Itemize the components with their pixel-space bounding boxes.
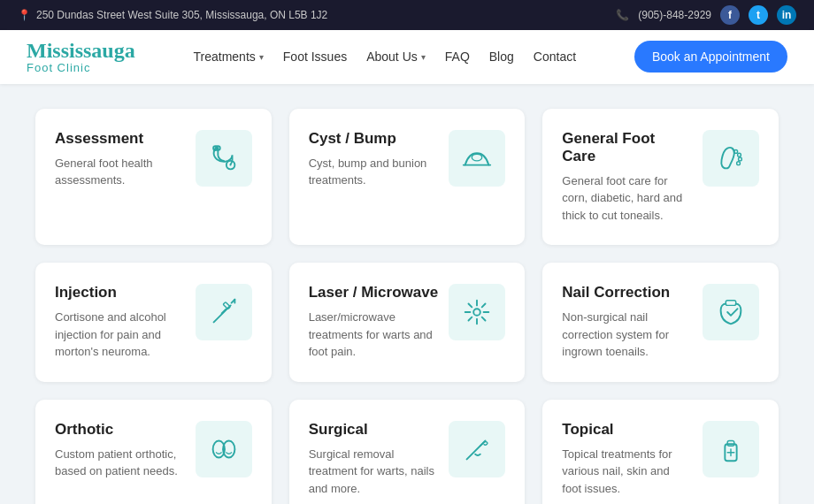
card-text: General Foot Care General foot care for … <box>562 130 703 225</box>
svg-point-6 <box>739 157 742 161</box>
laser-icon <box>449 284 505 340</box>
top-bar: 📍 250 Dundas Street West Suite 305, Miss… <box>0 0 814 30</box>
card-foot[interactable]: General Foot Care General foot care for … <box>542 109 779 246</box>
card-desc: Custom patient orthotic, based on patien… <box>55 446 185 480</box>
linkedin-icon[interactable]: in <box>777 5 796 25</box>
phone-icon: 📞 <box>616 9 629 21</box>
injection-icon <box>196 284 252 340</box>
card-text: Nail Correction Non-surgical nail correc… <box>562 284 703 361</box>
svg-line-20 <box>482 304 486 308</box>
card-desc: Non-surgical nail correction system for … <box>562 309 692 361</box>
main-nav: Mississauga Foot Clinic Treatments ▾ Foo… <box>0 30 814 84</box>
card-orthotic[interactable]: Orthotic Custom patient orthotic, based … <box>35 400 272 504</box>
surgical-icon <box>449 421 505 477</box>
card-title: Laser / Microwave <box>309 284 439 302</box>
card-text: Assessment General foot health assessmen… <box>55 130 196 189</box>
card-title: Injection <box>55 284 185 302</box>
card-title: Cyst / Bump <box>309 130 439 148</box>
svg-rect-22 <box>726 301 735 306</box>
card-text: Laser / Microwave Laser/microwave treatm… <box>309 284 449 361</box>
card-text: Orthotic Custom patient orthotic, based … <box>55 421 196 480</box>
card-title: Topical <box>562 421 692 439</box>
card-text: Topical Topical treatments for various n… <box>562 421 703 498</box>
card-desc: General foot care for corn, diabetic, ha… <box>562 172 692 225</box>
card-title: Assessment <box>55 130 185 148</box>
card-nail[interactable]: Nail Correction Non-surgical nail correc… <box>542 263 779 382</box>
svg-point-13 <box>474 309 481 316</box>
facebook-icon[interactable]: f <box>720 5 740 25</box>
svg-line-18 <box>469 304 472 308</box>
card-text: Surgical Surgical removal treatment for … <box>309 421 449 498</box>
card-title: Nail Correction <box>562 284 692 302</box>
address-text: 250 Dundas Street West Suite 305, Missis… <box>36 9 327 21</box>
svg-point-4 <box>734 149 738 153</box>
topical-icon <box>703 421 759 477</box>
logo-main: Mississauga <box>27 39 135 62</box>
nav-treatments[interactable]: Treatments ▾ <box>194 50 264 64</box>
card-laser[interactable]: Laser / Microwave Laser/microwave treatm… <box>289 263 526 382</box>
card-stethoscope[interactable]: Assessment General foot health assessmen… <box>35 109 272 246</box>
card-desc: Cyst, bump and bunion treatments. <box>309 155 439 189</box>
svg-line-19 <box>482 317 486 321</box>
card-desc: Surgical removal treatment for warts, na… <box>309 446 439 498</box>
nav-blog[interactable]: Blog <box>489 50 514 64</box>
card-text: Cyst / Bump Cyst, bump and bunion treatm… <box>309 130 449 189</box>
nav-faq[interactable]: FAQ <box>445 50 470 64</box>
main-content: Assessment General foot health assessmen… <box>0 84 814 504</box>
chevron-down-icon: ▾ <box>421 52 426 62</box>
nav-contact[interactable]: Contact <box>534 50 576 64</box>
card-injection[interactable]: Injection Cortisone and alcohol injectio… <box>35 263 272 382</box>
nav-foot-issues[interactable]: Foot Issues <box>283 50 347 64</box>
svg-line-21 <box>469 317 472 321</box>
svg-point-5 <box>738 153 741 157</box>
nail-icon <box>703 284 759 340</box>
card-topical[interactable]: Topical Topical treatments for various n… <box>542 400 779 504</box>
card-surgical[interactable]: Surgical Surgical removal treatment for … <box>289 400 526 504</box>
foot-icon <box>703 130 759 187</box>
phone-text: (905)-848-2929 <box>638 9 711 21</box>
nav-about-us[interactable]: About Us ▾ <box>366 50 426 64</box>
card-desc: Topical treatments for various nail, ski… <box>562 446 692 498</box>
svg-point-7 <box>737 161 741 164</box>
address-section: 📍 250 Dundas Street West Suite 305, Miss… <box>18 9 327 21</box>
card-desc: Cortisone and alcohol injection for pain… <box>55 309 185 361</box>
card-desc: General foot health assessments. <box>55 155 185 189</box>
orthotic-icon <box>196 421 252 477</box>
stethoscope-icon <box>196 130 252 187</box>
location-icon: 📍 <box>18 9 31 21</box>
twitter-icon[interactable]: t <box>749 5 768 25</box>
svg-point-3 <box>472 154 482 161</box>
card-desc: Laser/microwave treatments for warts and… <box>309 309 439 361</box>
contact-section: 📞 (905)-848-2929 f t in <box>616 5 796 25</box>
card-title: General Foot Care <box>562 130 692 165</box>
card-text: Injection Cortisone and alcohol injectio… <box>55 284 196 361</box>
card-bump[interactable]: Cyst / Bump Cyst, bump and bunion treatm… <box>289 109 526 246</box>
logo-sub: Foot Clinic <box>27 62 135 74</box>
card-title: Orthotic <box>55 421 185 439</box>
bump-icon <box>449 130 505 187</box>
logo: Mississauga Foot Clinic <box>27 39 135 75</box>
chevron-down-icon: ▾ <box>259 52 264 62</box>
book-appointment-button[interactable]: Book an Appointment <box>634 41 787 73</box>
nav-links: Treatments ▾ Foot Issues About Us ▾ FAQ … <box>194 50 577 64</box>
cards-grid: Assessment General foot health assessmen… <box>35 109 779 504</box>
card-title: Surgical <box>309 421 439 439</box>
svg-rect-9 <box>223 302 230 309</box>
